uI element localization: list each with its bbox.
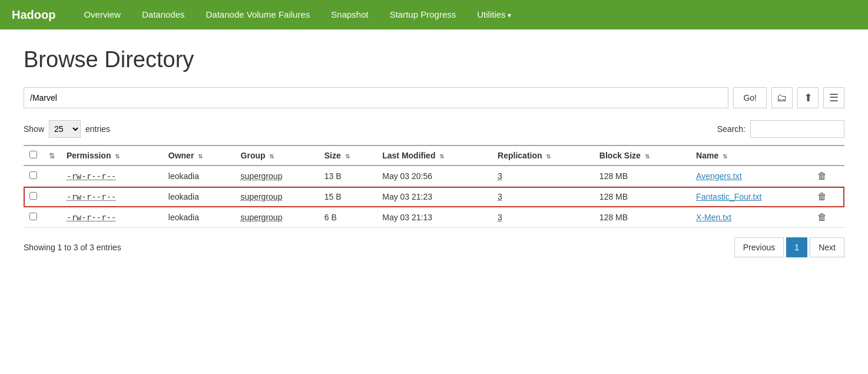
table-controls: Show 102550100 entries Search: (24, 120, 844, 138)
table-body: -rw-r--r--leokadiasupergroup13 BMay 03 2… (24, 166, 844, 228)
col-size-label: Size (324, 151, 341, 160)
entries-select[interactable]: 102550100 (49, 120, 81, 138)
row-checkbox-1[interactable] (29, 192, 37, 200)
previous-button[interactable]: Previous (734, 237, 784, 257)
file-link-Avengers.txt[interactable]: Avengers.txt (696, 171, 742, 181)
col-permission[interactable]: Permission ⇅ (61, 145, 163, 166)
cell-delete[interactable]: 🗑 (811, 207, 844, 228)
search-control: Search: (717, 120, 844, 138)
cell-size: 13 B (319, 166, 376, 187)
cell-block-size: 128 MB (594, 166, 690, 187)
col-sort[interactable]: ⇅ (43, 145, 61, 166)
col-last-modified-label: Last Modified (382, 151, 435, 160)
cell-group: supergroup (235, 207, 319, 228)
cell-permission: -rw-r--r-- (61, 207, 163, 228)
col-owner-label: Owner (168, 151, 194, 160)
col-block-size-label: Block Size (599, 151, 641, 160)
pagination: Previous 1 Next (734, 237, 844, 257)
block-size-sort-icon: ⇅ (645, 153, 650, 160)
nav-link-utilities[interactable]: Utilities (466, 0, 522, 30)
brand-logo[interactable]: Hadoop (12, 8, 55, 22)
cell-last-modified: May 03 20:56 (376, 166, 492, 187)
col-checkbox (24, 145, 43, 166)
nav-link-datanodes[interactable]: Datanodes (131, 0, 196, 29)
go-button[interactable]: Go! (733, 87, 767, 108)
file-link-X-Men.txt[interactable]: X-Men.txt (696, 213, 731, 222)
file-table: ⇅ Permission ⇅ Owner ⇅ Group ⇅ Size ⇅ (24, 145, 844, 228)
navbar: Hadoop OverviewDatanodesDatanode Volume … (0, 0, 868, 29)
cell-delete[interactable]: 🗑 (811, 166, 844, 187)
cell-permission: -rw-r--r-- (61, 187, 163, 207)
col-last-modified[interactable]: Last Modified ⇅ (376, 145, 492, 166)
replication-sort-icon: ⇅ (546, 153, 551, 160)
col-name-label: Name (696, 151, 718, 160)
folder-icon-button[interactable]: 🗂 (771, 87, 793, 108)
size-sort-icon: ⇅ (345, 153, 350, 160)
table-row: -rw-r--r--leokadiasupergroup15 BMay 03 2… (24, 187, 844, 207)
nav-link-overview[interactable]: Overview (73, 0, 131, 29)
cell-name[interactable]: Avengers.txt (690, 166, 811, 187)
showing-text: Showing 1 to 3 of 3 entries (24, 243, 121, 252)
cell-last-modified: May 03 21:23 (376, 187, 492, 207)
sort-all-icon: ⇅ (49, 152, 55, 160)
nav-link-datanode-volume-failures[interactable]: Datanode Volume Failures (196, 0, 321, 29)
col-group-label: Group (241, 151, 266, 160)
col-name[interactable]: Name ⇅ (690, 145, 811, 166)
col-actions (811, 145, 844, 166)
row-checkbox-2[interactable] (29, 213, 37, 220)
cell-size: 15 B (319, 187, 376, 207)
col-block-size[interactable]: Block Size ⇅ (594, 145, 690, 166)
upload-icon-button[interactable]: ⬆ (797, 87, 819, 108)
cell-replication: 3 (492, 187, 594, 207)
owner-sort-icon: ⇅ (198, 153, 203, 160)
cell-block-size: 128 MB (594, 187, 690, 207)
search-label: Search: (717, 124, 746, 134)
list-icon: ☰ (829, 91, 839, 104)
delete-icon-1[interactable]: 🗑 (817, 191, 827, 201)
last-modified-sort-icon: ⇅ (439, 153, 444, 160)
cell-size: 6 B (319, 207, 376, 228)
show-entries-control: Show 102550100 entries (24, 120, 110, 138)
cell-last-modified: May 03 21:13 (376, 207, 492, 228)
table-row: -rw-r--r--leokadiasupergroup13 BMay 03 2… (24, 166, 844, 187)
next-button[interactable]: Next (810, 237, 844, 257)
cell-group: supergroup (235, 187, 319, 207)
nav-link-startup-progress[interactable]: Startup Progress (379, 0, 467, 29)
path-input[interactable] (24, 87, 728, 108)
delete-icon-0[interactable]: 🗑 (817, 171, 827, 181)
cell-owner: leokadia (163, 166, 235, 187)
cell-name[interactable]: X-Men.txt (690, 207, 811, 228)
group-sort-icon: ⇅ (269, 153, 274, 160)
cell-replication: 3 (492, 166, 594, 187)
cell-permission: -rw-r--r-- (61, 166, 163, 187)
table-footer: Showing 1 to 3 of 3 entries Previous 1 N… (24, 237, 844, 257)
row-checkbox-0[interactable] (29, 171, 37, 179)
delete-icon-2[interactable]: 🗑 (817, 212, 827, 222)
search-input[interactable] (750, 120, 844, 138)
col-permission-label: Permission (67, 151, 111, 160)
col-group[interactable]: Group ⇅ (235, 145, 319, 166)
cell-name[interactable]: Fantastic_Four.txt (690, 187, 811, 207)
col-replication-label: Replication (498, 151, 542, 160)
name-sort-icon: ⇅ (723, 153, 727, 160)
select-all-checkbox[interactable] (29, 151, 37, 158)
col-size[interactable]: Size ⇅ (319, 145, 376, 166)
entries-label: entries (85, 124, 110, 134)
cell-group: supergroup (235, 166, 319, 187)
cell-owner: leokadia (163, 187, 235, 207)
current-page[interactable]: 1 (786, 237, 807, 257)
cell-delete[interactable]: 🗑 (811, 187, 844, 207)
nav-link-snapshot[interactable]: Snapshot (320, 0, 379, 29)
table-header: ⇅ Permission ⇅ Owner ⇅ Group ⇅ Size ⇅ (24, 145, 844, 166)
cell-replication: 3 (492, 207, 594, 228)
folder-icon: 🗂 (777, 92, 787, 104)
page-title: Browse Directory (24, 47, 844, 72)
cell-owner: leokadia (163, 207, 235, 228)
path-bar: Go! 🗂 ⬆ ☰ (24, 87, 844, 108)
file-link-Fantastic_Four.txt[interactable]: Fantastic_Four.txt (696, 192, 761, 201)
cell-block-size: 128 MB (594, 207, 690, 228)
col-replication[interactable]: Replication ⇅ (492, 145, 594, 166)
col-owner[interactable]: Owner ⇅ (163, 145, 235, 166)
list-icon-button[interactable]: ☰ (823, 87, 844, 108)
upload-icon: ⬆ (804, 91, 813, 104)
